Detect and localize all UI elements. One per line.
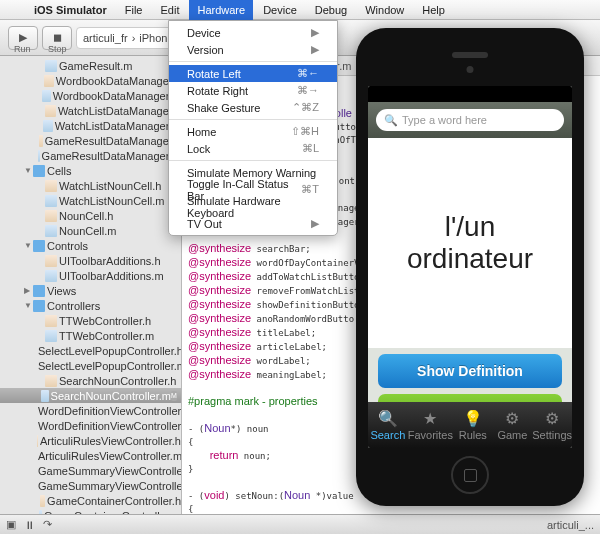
tree-row[interactable]: TTWebController.h — [0, 313, 181, 328]
settings-icon: ⚙ — [545, 409, 559, 428]
search-icon: 🔍 — [378, 409, 398, 428]
menu-item[interactable]: Rotate Right⌘→ — [169, 82, 337, 99]
tree-row[interactable]: GameSummaryViewController.m — [0, 478, 181, 493]
tree-row[interactable]: SearchNounController.h — [0, 373, 181, 388]
tree-row[interactable]: WordbookDataManager.h — [0, 73, 181, 88]
menu-item[interactable]: Device▶ — [169, 24, 337, 41]
search-input[interactable]: 🔍 Type a word here — [376, 109, 564, 131]
tab-game[interactable]: ⚙Game — [493, 402, 533, 448]
phone-speaker — [452, 52, 488, 58]
stop-label: Stop — [48, 44, 67, 54]
chevron-icon: › — [132, 32, 136, 44]
debug-icon[interactable]: ▣ — [6, 518, 16, 531]
menu-item[interactable]: Version▶ — [169, 41, 337, 58]
menu-window[interactable]: Window — [357, 0, 412, 20]
menu-item[interactable]: Rotate Left⌘← — [169, 65, 337, 82]
tree-row[interactable]: GameResultDataManager.h — [0, 133, 181, 148]
tree-row[interactable]: GameResult.m — [0, 58, 181, 73]
run-label: Run — [14, 44, 31, 54]
tab-rules[interactable]: 💡Rules — [453, 402, 493, 448]
show-definition-button[interactable]: Show Definition — [378, 354, 562, 388]
debug-bar: ▣ ⏸ ↷ articuli_... — [0, 514, 600, 534]
tree-row[interactable]: GameResultDataManager.m — [0, 148, 181, 163]
home-button[interactable] — [451, 456, 489, 494]
tree-row[interactable]: UIToolbarAdditions.h — [0, 253, 181, 268]
menubar: iOS Simulator File Edit Hardware Device … — [0, 0, 600, 20]
article-label: l'/un — [445, 211, 496, 243]
game-icon: ⚙ — [505, 409, 519, 428]
tree-row[interactable]: WordbookDataManager.m — [0, 88, 181, 103]
tree-row[interactable]: SelectLevelPopupController.m — [0, 358, 181, 373]
phone-camera — [467, 66, 474, 73]
tree-row[interactable]: GameContainerController.h — [0, 493, 181, 508]
file-indicator: articuli_... — [547, 519, 594, 531]
tree-row[interactable]: ArticuliRulesViewController.h — [0, 433, 181, 448]
tree-row[interactable]: UIToolbarAdditions.m — [0, 268, 181, 283]
app-header: 🔍 Type a word here — [368, 102, 572, 138]
search-icon: 🔍 — [384, 114, 398, 127]
scheme-name: articuli_fr — [83, 32, 128, 44]
hardware-menu: Device▶Version▶Rotate Left⌘←Rotate Right… — [168, 20, 338, 236]
search-placeholder: Type a word here — [402, 114, 487, 126]
status-bar — [368, 86, 572, 102]
menu-item[interactable]: Home⇧⌘H — [169, 123, 337, 140]
tree-row[interactable]: WatchListNounCell.m — [0, 193, 181, 208]
tree-row[interactable]: NounCell.m — [0, 223, 181, 238]
menu-item[interactable]: Lock⌘L — [169, 140, 337, 157]
menu-file[interactable]: File — [117, 0, 151, 20]
tree-row[interactable]: WatchListDataManager.h — [0, 103, 181, 118]
tree-row[interactable]: TTWebController.m — [0, 328, 181, 343]
step-icon[interactable]: ↷ — [43, 518, 52, 531]
tree-row[interactable]: ▼Cells — [0, 163, 181, 178]
tab-favorites[interactable]: ★Favorites — [408, 402, 453, 448]
rules-icon: 💡 — [463, 409, 483, 428]
iphone-simulator: 🔍 Type a word here l'/un ordinateur Show… — [356, 28, 584, 506]
tab-search[interactable]: 🔍Search — [368, 402, 408, 448]
tree-row[interactable]: ▼Controllers — [0, 298, 181, 313]
tree-row[interactable]: WatchListDataManager.m — [0, 118, 181, 133]
tree-row[interactable]: WatchListNounCell.h — [0, 178, 181, 193]
word-card: l'/un ordinateur — [368, 138, 572, 348]
menu-edit[interactable]: Edit — [152, 0, 187, 20]
tree-row[interactable]: SelectLevelPopupController.h — [0, 343, 181, 358]
tree-row[interactable]: WordDefinitionViewController.m — [0, 418, 181, 433]
tree-row[interactable]: NounCell.h — [0, 208, 181, 223]
menu-item[interactable]: Shake Gesture⌃⌘Z — [169, 99, 337, 116]
favorites-icon: ★ — [423, 409, 437, 428]
tab-bar: 🔍Search★Favorites💡Rules⚙Game⚙Settings — [368, 402, 572, 448]
tab-settings[interactable]: ⚙Settings — [532, 402, 572, 448]
tree-row[interactable]: ▶Views — [0, 283, 181, 298]
pause-icon[interactable]: ⏸ — [24, 519, 35, 531]
menu-help[interactable]: Help — [414, 0, 453, 20]
tree-row[interactable]: ▼Controls — [0, 238, 181, 253]
word-label: ordinateur — [407, 243, 533, 275]
tree-row[interactable]: WordDefinitionViewController.h — [0, 403, 181, 418]
menu-item[interactable]: Simulate Hardware Keyboard — [169, 198, 337, 215]
phone-screen[interactable]: 🔍 Type a word here l'/un ordinateur Show… — [368, 86, 572, 448]
menu-hardware[interactable]: Hardware — [189, 0, 253, 20]
tree-row[interactable]: ArticuliRulesViewController.m — [0, 448, 181, 463]
tree-row[interactable]: GameSummaryViewController.h — [0, 463, 181, 478]
menu-debug[interactable]: Debug — [307, 0, 355, 20]
app-menu[interactable]: iOS Simulator — [26, 0, 115, 20]
project-navigator[interactable]: GameResult.mWordbookDataManager.hWordboo… — [0, 56, 182, 534]
menu-device[interactable]: Device — [255, 0, 305, 20]
tree-row[interactable]: SearchNounController.mM — [0, 388, 181, 403]
